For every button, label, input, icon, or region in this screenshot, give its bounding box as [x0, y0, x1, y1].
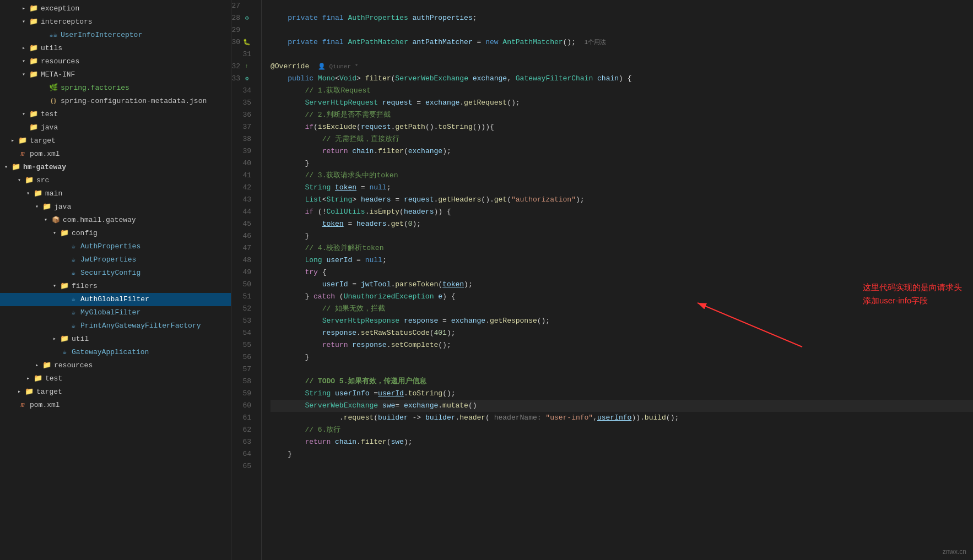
tree-item-src[interactable]: src [0, 174, 231, 187]
spring-icon: 🌿 [48, 83, 58, 93]
label-spring-config: spring-configuration-metadata.json [61, 95, 207, 107]
tree-item-PrintAnyGatewayFilterFactory[interactable]: ☕ PrintAnyGatewayFilterFactory [0, 319, 231, 333]
tree-item-META-INF[interactable]: META-INF [0, 68, 231, 81]
file-tree[interactable]: exception interceptors ☕ UserInfoInterce… [0, 0, 231, 560]
arrow-META-INF [20, 69, 28, 81]
label-test: test [41, 108, 58, 121]
tree-item-AuthGlobalFilter[interactable]: ☕ AuthGlobalFilter [0, 293, 231, 306]
tree-item-target[interactable]: target [0, 134, 231, 148]
tree-item-config[interactable]: config [0, 227, 231, 240]
java-icon: ☕ [48, 30, 58, 40]
folder-icon-interceptors [29, 17, 39, 27]
linenum-41: 41 [231, 170, 255, 182]
arrow-config [51, 227, 58, 240]
linenum-54: 54 [231, 327, 255, 339]
code-line-36: // 2.判断是否不需要拦截 [271, 109, 973, 121]
java-icon-gateway-app: ☕ [60, 347, 69, 357]
tree-item-exception[interactable]: exception [0, 2, 231, 15]
linenum-31: 31 [231, 48, 255, 61]
label-exception: exception [41, 3, 79, 15]
code-line-37: if(isExclude(request.getPath().toString(… [271, 121, 973, 133]
tree-item-pom-hm[interactable]: m pom.xml [0, 399, 231, 412]
folder-icon-resources-main [42, 361, 52, 371]
linenum-65: 65 [231, 460, 255, 472]
label-META-INF: META-INF [41, 69, 75, 81]
label-resources-main: resources [54, 360, 93, 372]
tree-item-resources-main[interactable]: resources [0, 359, 231, 372]
linenum-28: 28 ⚙ [231, 12, 255, 24]
label-java: java [41, 122, 58, 134]
linenum-55: 55 [231, 339, 255, 351]
linenum-46: 46 [231, 230, 255, 242]
code-line-32: @Override 👤 Qiuner * [271, 61, 973, 73]
tree-item-target-hm[interactable]: target [0, 385, 231, 399]
linenum-49: 49 [231, 267, 255, 279]
linenum-61: 61 [231, 412, 255, 424]
folder-icon-META-INF [29, 70, 39, 80]
tree-item-MyGlobalFilter[interactable]: ☕ MyGlobalFilter [0, 306, 231, 319]
tree-item-spring-factories[interactable]: 🌿 spring.factories [0, 81, 231, 95]
arrow-main [24, 188, 32, 200]
label-JwtProperties: JwtProperties [80, 254, 136, 266]
tree-item-java-main[interactable]: java [0, 200, 231, 214]
tree-item-pom[interactable]: m pom.xml [0, 148, 231, 161]
folder-icon-main [33, 189, 43, 199]
line-numbers: 27 28 ⚙ 29 30 🐛 31 32 ↑ 33 ⚙ [231, 0, 262, 560]
tree-item-SecurityConfig[interactable]: ☕ SecurityConfig [0, 267, 231, 280]
code-line-52: // 如果无效，拦截 [271, 303, 973, 315]
tree-item-GatewayApplication[interactable]: ☕ GatewayApplication [0, 346, 231, 359]
code-line-39: return chain.filter(exchange); [271, 145, 973, 157]
tree-item-test-hm[interactable]: test [0, 372, 231, 385]
label-utils: utils [41, 42, 62, 55]
label-test-hm: test [45, 373, 62, 385]
arrow-resources [20, 56, 28, 68]
folder-icon-test-hm [33, 374, 43, 384]
code-line-45: token = headers.get(0); [271, 218, 973, 230]
code-line-43: List<String> headers = request.getHeader… [271, 194, 973, 206]
xml-icon-hm: m [18, 400, 28, 410]
java-icon-auth-filter: ☕ [68, 295, 78, 305]
tree-item-java[interactable]: java [0, 121, 231, 134]
linenum-50: 50 [231, 279, 255, 291]
tree-item-resources[interactable]: resources [0, 55, 231, 68]
linenum-36: 36 [231, 109, 255, 121]
tree-item-AuthProperties[interactable]: ☕ AuthProperties [0, 240, 231, 253]
tree-item-util[interactable]: util [0, 333, 231, 346]
java-icon-my-filter: ☕ [68, 308, 78, 318]
code-editor: 27 28 ⚙ 29 30 🐛 31 32 ↑ 33 ⚙ [231, 0, 973, 560]
folder-icon-resources [29, 57, 39, 67]
label-spring-factories: spring.factories [61, 82, 129, 94]
arrow-resources-main [33, 360, 41, 372]
code-line-30: private final AntPathMatcher antPathMatc… [271, 36, 973, 48]
label-config: config [72, 227, 98, 240]
label-src: src [36, 175, 49, 187]
linenum-64: 64 [231, 448, 255, 460]
java-icon-jwt: ☕ [68, 255, 78, 265]
linenum-29: 29 [231, 24, 255, 36]
tree-item-spring-config-meta[interactable]: {} spring-configuration-metadata.json [0, 95, 231, 108]
arrow-target [9, 135, 17, 147]
tree-item-com-hmall-gateway[interactable]: 📦 com.hmall.gateway [0, 214, 231, 227]
arrow-exception [20, 3, 28, 15]
code-line-49: try { [271, 267, 973, 279]
tree-item-filers[interactable]: filers [0, 280, 231, 293]
tree-item-test[interactable]: test [0, 108, 231, 121]
label-target: target [30, 135, 56, 147]
java-icon-security: ☕ [68, 268, 78, 278]
code-line-47: // 4.校验并解析token [271, 242, 973, 254]
arrow-test [20, 108, 28, 121]
tree-item-interceptors[interactable]: interceptors [0, 15, 231, 29]
tree-item-utils[interactable]: utils [0, 42, 231, 55]
code-line-58: // TODO 5.如果有效，传递用户信息 [271, 376, 973, 388]
tree-item-JwtProperties[interactable]: ☕ JwtProperties [0, 253, 231, 267]
linenum-52: 52 [231, 303, 255, 315]
tree-item-main[interactable]: main [0, 187, 231, 200]
linenum-27: 27 [231, 0, 255, 12]
label-UserInfoInterceptor: UserInfoInterceptor [61, 29, 142, 41]
linenum-60: 60 [231, 400, 255, 412]
linenum-62: 62 [231, 424, 255, 436]
linenum-43: 43 [231, 194, 255, 206]
json-icon: {} [48, 96, 58, 106]
tree-item-hm-gateway[interactable]: hm-gateway [0, 161, 231, 174]
tree-item-UserInfoInterceptor[interactable]: ☕ UserInfoInterceptor [0, 29, 231, 42]
